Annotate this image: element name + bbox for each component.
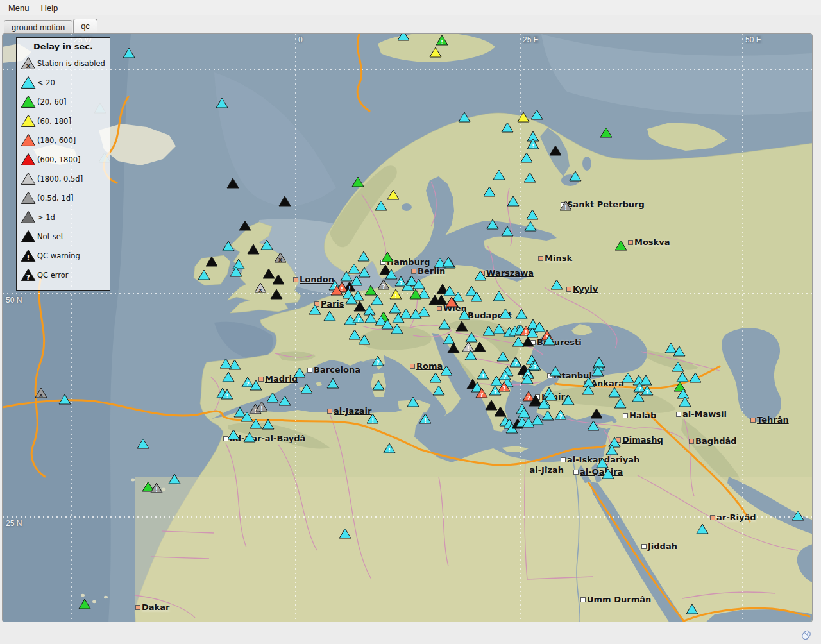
legend-item: (0.5d, 1d] bbox=[21, 189, 106, 208]
station-marker bbox=[21, 134, 35, 146]
legend-triangle-icon bbox=[21, 114, 37, 129]
status-bar bbox=[0, 622, 821, 644]
map-geography bbox=[3, 34, 813, 622]
tab-qc[interactable]: qc bbox=[73, 19, 97, 33]
legend-triangle-icon bbox=[21, 75, 37, 90]
station-marker bbox=[21, 153, 35, 165]
geo-shape bbox=[81, 594, 85, 597]
legend-item-label: > 1d bbox=[37, 213, 55, 222]
geo-shape bbox=[582, 157, 591, 171]
tab-bar: ground motion qc bbox=[4, 19, 98, 33]
geo-shape bbox=[561, 174, 579, 186]
station-marker: x bbox=[21, 57, 35, 69]
legend-item-label: QC warning bbox=[37, 251, 80, 260]
legend-item-label: (180, 600] bbox=[37, 136, 76, 145]
legend-triangle-icon bbox=[21, 171, 37, 187]
legend-item: (1800, 0.5d] bbox=[21, 169, 106, 189]
legend-triangle-icon bbox=[21, 210, 37, 225]
legend-item: ?QC error bbox=[21, 266, 106, 285]
legend-triangle-icon bbox=[21, 191, 37, 206]
legend-item: (600, 1800] bbox=[21, 150, 106, 169]
legend-item: (20, 60] bbox=[21, 92, 106, 112]
legend-item-label: (60, 180] bbox=[37, 117, 71, 126]
delay-legend: Delay in sec. xStation is disabled< 20(2… bbox=[16, 37, 110, 291]
svg-text:?: ? bbox=[26, 273, 30, 282]
legend-item: xStation is disabled bbox=[21, 54, 106, 73]
legend-triangle-icon: ? bbox=[21, 267, 37, 283]
station-marker: ! bbox=[21, 250, 35, 262]
station-marker bbox=[21, 96, 35, 107]
geo-shape bbox=[162, 488, 165, 491]
geo-shape bbox=[92, 600, 96, 603]
mouse-icon bbox=[799, 629, 813, 641]
geo-shape bbox=[104, 596, 108, 598]
legend-triangle-icon bbox=[21, 133, 37, 148]
legend-item-label: < 20 bbox=[37, 78, 55, 87]
station-marker: ? bbox=[21, 269, 35, 281]
geo-shape bbox=[402, 203, 412, 211]
legend-item-label: QC error bbox=[37, 271, 69, 280]
app-window: { "menubar": { "items": [ { "label": "Me… bbox=[0, 0, 821, 644]
legend-item: (180, 600] bbox=[21, 131, 106, 150]
legend-item: !QC warning bbox=[21, 246, 106, 266]
legend-item-label: (0.5d, 1d] bbox=[37, 194, 74, 203]
legend-triangle-icon bbox=[21, 94, 37, 110]
tab-ground-motion[interactable]: ground motion bbox=[4, 20, 72, 33]
station-marker bbox=[21, 230, 35, 242]
legend-item: (60, 180] bbox=[21, 112, 106, 131]
legend-triangle-icon bbox=[21, 152, 37, 167]
legend-item-label: (1800, 0.5d] bbox=[37, 174, 83, 183]
legend-item-label: Station is disabled bbox=[37, 59, 105, 68]
menu-item-menu[interactable]: Menu bbox=[3, 1, 35, 15]
station-marker bbox=[21, 115, 35, 126]
station-marker bbox=[21, 211, 35, 223]
map-canvas[interactable]: 25 W025 E50 E50 N25 N LondonParisMadridB… bbox=[2, 33, 813, 622]
legend-item: > 1d bbox=[21, 208, 106, 227]
legend-title: Delay in sec. bbox=[21, 42, 106, 51]
menu-item-help[interactable]: Help bbox=[35, 1, 64, 15]
station-marker bbox=[21, 192, 35, 203]
legend-triangle-icon bbox=[21, 229, 37, 244]
legend-item: Not set bbox=[21, 227, 106, 246]
legend-item-label: (600, 1800] bbox=[37, 155, 81, 164]
menu-bar: Menu Help bbox=[0, 0, 821, 15]
svg-text:!: ! bbox=[27, 254, 30, 262]
svg-text:x: x bbox=[26, 62, 31, 70]
geo-shape bbox=[131, 479, 135, 482]
geo-shape bbox=[145, 483, 149, 486]
legend-triangle-icon: x bbox=[21, 56, 37, 71]
legend-item: < 20 bbox=[21, 73, 106, 92]
legend-item-label: Not set bbox=[37, 232, 63, 241]
station-marker bbox=[21, 173, 35, 184]
legend-triangle-icon: ! bbox=[21, 248, 37, 264]
geo-shape bbox=[135, 477, 813, 622]
station-marker bbox=[21, 76, 35, 88]
geo-shape bbox=[176, 482, 180, 485]
legend-item-label: (20, 60] bbox=[37, 97, 67, 106]
